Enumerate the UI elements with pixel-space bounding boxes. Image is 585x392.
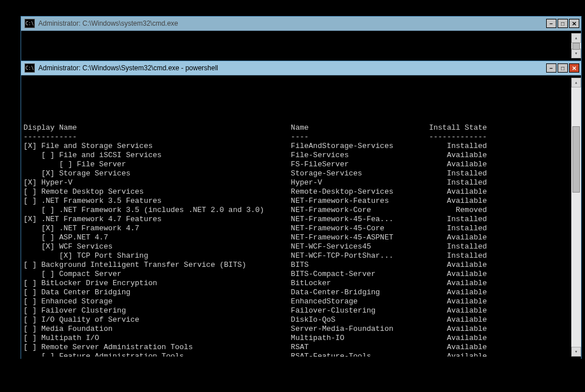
col-name: Data-Center-Bridging — [291, 288, 429, 297]
col-install-state: Installed — [429, 169, 487, 178]
col-install-state: Installed — [429, 178, 487, 187]
col-install-state: ------------- — [429, 133, 487, 142]
close-button[interactable]: ✕ — [569, 19, 579, 28]
col-display-name: [ ] Enhanced Storage — [23, 297, 291, 306]
table-row: [ ] Failover Clustering Failover-Cluster… — [23, 306, 571, 315]
col-install-state: Removed — [429, 206, 487, 215]
minimize-button[interactable]: − — [546, 63, 556, 73]
col-install-state: Installed — [429, 251, 487, 261]
col-name: NET-Framework-Core — [291, 206, 429, 215]
col-install-state: Available — [429, 288, 487, 297]
col-name: Storage-Services — [291, 169, 429, 178]
table-row: [X] .NET Framework 4.7 NET-Framework-45-… — [23, 224, 571, 233]
table-row: [X] TCP Port Sharing NET-WCF-TCP-PortSha… — [23, 251, 571, 261]
maximize-button[interactable]: □ — [558, 19, 568, 28]
table-row: [ ] Remote Desktop Services Remote-Deskt… — [23, 187, 571, 197]
col-name: File-Services — [291, 151, 429, 160]
scroll-down-icon[interactable]: ▾ — [571, 347, 581, 357]
powershell-window: C:\ Administrator: C:\Windows\System32\c… — [21, 61, 582, 359]
col-display-name: [X] WCF Services — [23, 242, 291, 251]
col-install-state: Installed — [429, 215, 487, 224]
table-row: [ ] File Server FS-FileServer Available — [23, 160, 571, 169]
col-name: NET-Framework-Features — [291, 197, 429, 206]
cmd-window: C:\ Administrator: C:\Windows\system32\c… — [21, 16, 582, 61]
col-install-state: Available — [429, 197, 487, 206]
maximize-button[interactable]: □ — [558, 63, 568, 73]
close-button[interactable]: ✕ — [569, 63, 579, 73]
titlebar[interactable]: C:\ Administrator: C:\Windows\system32\c… — [21, 17, 581, 31]
col-name: DiskIo-QoS — [291, 315, 429, 325]
scroll-down-icon[interactable]: ▾ — [571, 49, 581, 58]
col-install-state: Available — [429, 334, 487, 343]
minimize-button[interactable]: − — [546, 19, 556, 28]
col-display-name: [ ] Feature Administration Tools — [23, 352, 291, 357]
table-row: [X] File and Storage Services FileAndSto… — [23, 142, 571, 151]
terminal-content: C:\Users\Administrator>_ — [23, 33, 571, 58]
col-display-name: [ ] Multipath I/O — [23, 334, 291, 343]
cmd-icon: C:\ — [25, 63, 35, 73]
col-display-name: Display Name — [23, 123, 291, 133]
terminal-content: Display Name Name Install State---------… — [23, 78, 571, 357]
col-display-name: [ ] File and iSCSI Services — [23, 151, 291, 160]
cmd-icon: C:\ — [25, 19, 35, 28]
col-name: NET-Framework-45-Fea... — [291, 215, 429, 224]
col-install-state: Available — [429, 343, 487, 352]
table-row: [X] Storage Services Storage-Services In… — [23, 169, 571, 178]
scrollbar[interactable]: ▴ ▾ — [571, 78, 581, 357]
col-name: Server-Media-Foundation — [291, 325, 429, 334]
col-display-name: [ ] Failover Clustering — [23, 306, 291, 315]
col-name: Name — [291, 123, 429, 133]
col-name: NET-Framework-45-Core — [291, 224, 429, 233]
col-install-state: Available — [429, 352, 487, 357]
table-row: [ ] File and iSCSI Services File-Service… — [23, 151, 571, 160]
terminal-body[interactable]: C:\Users\Administrator>_ ▴ ▾ — [21, 31, 581, 61]
terminal-body[interactable]: Display Name Name Install State---------… — [21, 75, 581, 359]
table-row: [ ] Remote Server Administration Tools R… — [23, 343, 571, 352]
col-name: RSAT — [291, 343, 429, 352]
col-display-name: ------------ — [23, 133, 291, 142]
col-install-state: Available — [429, 187, 487, 197]
col-install-state: Available — [429, 306, 487, 315]
table-row: [ ] Feature Administration Tools RSAT-Fe… — [23, 352, 571, 357]
col-name: Multipath-IO — [291, 334, 429, 343]
scroll-track[interactable] — [571, 43, 581, 49]
col-name: BITS — [291, 261, 429, 270]
col-display-name: [ ] Background Intelligent Transfer Serv… — [23, 261, 291, 270]
table-row: [X] Hyper-V Hyper-V Installed — [23, 178, 571, 187]
col-display-name: [ ] Media Foundation — [23, 325, 291, 334]
titlebar[interactable]: C:\ Administrator: C:\Windows\System32\c… — [21, 61, 581, 75]
col-display-name: [X] TCP Port Sharing — [23, 251, 291, 261]
table-row: [ ] ASP.NET 4.7 NET-Framework-45-ASPNET … — [23, 233, 571, 242]
table-row: [X] .NET Framework 4.7 Features NET-Fram… — [23, 215, 571, 224]
table-row: [ ] I/O Quality of Service DiskIo-QoS Av… — [23, 315, 571, 325]
col-name: Failover-Clustering — [291, 306, 429, 315]
col-display-name: [ ] Remote Server Administration Tools — [23, 343, 291, 352]
col-display-name: [X] Storage Services — [23, 169, 291, 178]
col-display-name: [ ] ASP.NET 4.7 — [23, 233, 291, 242]
table-header-sep: ------------ ---- ------------- — [23, 133, 571, 142]
table-row: [ ] Enhanced Storage EnhancedStorage Ava… — [23, 297, 571, 306]
col-display-name: [ ] File Server — [23, 160, 291, 169]
scrollbar[interactable]: ▴ ▾ — [571, 33, 581, 58]
col-display-name: [X] Hyper-V — [23, 178, 291, 187]
table-row: [ ] Multipath I/O Multipath-IO Available — [23, 334, 571, 343]
col-install-state: Installed — [429, 242, 487, 251]
col-install-state: Available — [429, 325, 487, 334]
col-display-name: [ ] .NET Framework 3.5 Features — [23, 197, 291, 206]
col-install-state: Available — [429, 160, 487, 169]
col-name: NET-WCF-TCP-PortShar... — [291, 251, 429, 261]
scroll-up-icon[interactable]: ▴ — [571, 78, 581, 87]
col-name: Remote-Desktop-Services — [291, 187, 429, 197]
col-display-name: [ ] BitLocker Drive Encryption — [23, 279, 291, 288]
table-row: [ ] Data Center Bridging Data-Center-Bri… — [23, 288, 571, 297]
col-install-state: Available — [429, 315, 487, 325]
table-row: [ ] .NET Framework 3.5 Features NET-Fram… — [23, 197, 571, 206]
window-title: Administrator: C:\Windows\System32\cmd.e… — [38, 64, 218, 72]
col-display-name: [ ] Compact Server — [23, 270, 291, 279]
scroll-up-icon[interactable]: ▴ — [571, 33, 581, 43]
window-title: Administrator: C:\Windows\system32\cmd.e… — [38, 19, 178, 27]
scroll-track[interactable] — [571, 87, 581, 347]
scroll-thumb[interactable] — [572, 126, 580, 193]
scroll-thumb[interactable] — [572, 43, 580, 50]
table-row: [ ] Background Intelligent Transfer Serv… — [23, 261, 571, 270]
